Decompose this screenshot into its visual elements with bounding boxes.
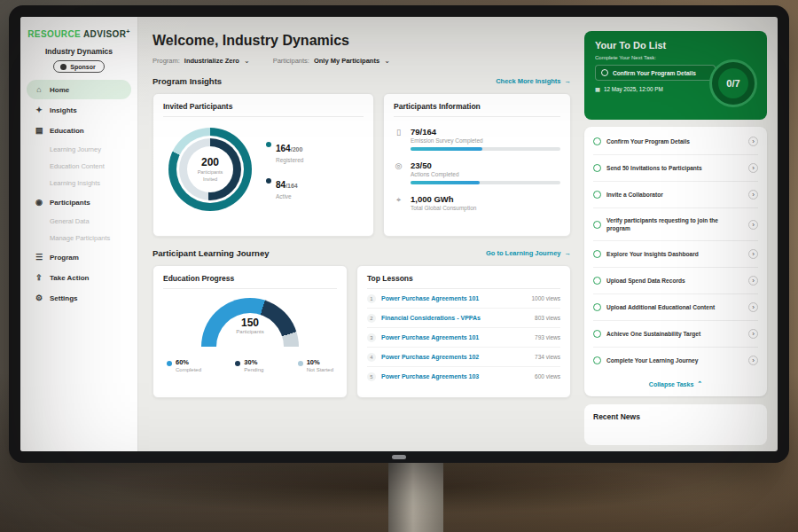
education-total: 150: [201, 317, 299, 329]
lesson-link[interactable]: Power Purchase Agreements 102: [381, 354, 529, 360]
lesson-rank: 4: [367, 353, 376, 362]
completed-label: Completed: [176, 367, 201, 372]
task-checkbox[interactable]: [593, 137, 601, 145]
invited-chart-area: 200 Participants Invited 164/200 Registe…: [163, 128, 364, 211]
lesson-link[interactable]: Power Purchase Agreements 101: [381, 295, 526, 301]
insights-icon: ✦: [35, 106, 43, 114]
chevron-right-icon[interactable]: ›: [748, 329, 758, 339]
org-name: Industry Dynamics: [20, 47, 137, 56]
lesson-rank: 1: [367, 294, 376, 303]
task-label: Invite a Collaborator: [606, 191, 743, 199]
sidebar-item-manage-participants[interactable]: Manage Participants: [27, 230, 131, 246]
education-legend: 60% Completed 30% Pending: [163, 358, 337, 372]
chevron-right-icon[interactable]: ›: [748, 249, 758, 259]
task-row[interactable]: Verify participants requesting to join t…: [593, 208, 758, 241]
education-gauge-chart: 150 Participants: [201, 298, 299, 347]
collapse-tasks-link[interactable]: Collapse Tasks ⌃: [593, 373, 758, 395]
info-row-emission: ▯ 79/164 Emission Survey Completed: [394, 127, 560, 151]
participants-filter[interactable]: Participants: Only My Participants ⌄: [273, 57, 390, 65]
lesson-rank: 2: [367, 314, 376, 323]
sidebar-item-insights[interactable]: ✦ Insights: [27, 100, 131, 120]
task-row[interactable]: Confirm Your Program Details ›: [593, 129, 758, 155]
sidebar: RESOURCE ADVISOR+ Industry Dynamics Spon…: [20, 17, 138, 451]
education-progress-card: Education Progress 150 Participants: [153, 265, 348, 398]
chevron-right-icon[interactable]: ›: [748, 276, 758, 286]
task-row[interactable]: Upload Additional Educational Content ›: [593, 294, 758, 321]
logo-advisor: ADVISOR: [83, 29, 126, 39]
task-checkbox[interactable]: [593, 277, 601, 285]
chevron-up-icon: ⌃: [697, 380, 702, 387]
task-checkbox[interactable]: [593, 221, 601, 229]
settings-icon: ⚙: [35, 293, 43, 302]
education-total-label: Participants: [201, 329, 299, 334]
sidebar-item-general-data[interactable]: General Data: [27, 213, 131, 230]
active-dot-icon: [266, 178, 271, 184]
actions-label: Actions Completed: [411, 171, 560, 177]
task-checkbox[interactable]: [593, 303, 601, 311]
actions-progress-bar: [411, 181, 560, 184]
recent-news-title: Recent News: [593, 412, 758, 421]
chevron-right-icon[interactable]: ›: [748, 220, 758, 230]
program-insights-header: Program Insights Check More Insights →: [153, 76, 571, 86]
task-row[interactable]: Invite a Collaborator ›: [593, 182, 758, 208]
sidebar-item-take-action[interactable]: ⇪ Take Action: [27, 268, 131, 287]
chevron-right-icon[interactable]: ›: [748, 163, 758, 173]
task-checkbox[interactable]: [593, 164, 601, 172]
monitor-stand: [388, 459, 443, 532]
sidebar-item-education[interactable]: ▤ Education: [27, 121, 131, 140]
sidebar-item-learning-insights[interactable]: Learning Insights: [27, 175, 131, 192]
participants-information-card: Participants Information ▯ 79/164 Emissi…: [383, 93, 571, 237]
lesson-link[interactable]: Power Purchase Agreements 103: [381, 373, 529, 379]
task-checkbox[interactable]: [593, 250, 601, 258]
sidebar-item-learning-journey[interactable]: Learning Journey: [27, 141, 131, 158]
sidebar-item-participants[interactable]: ◉ Participants: [27, 192, 131, 212]
task-row[interactable]: Upload Spend Data Records ›: [593, 268, 758, 294]
lesson-views: 1000 views: [531, 295, 560, 301]
legend-registered: 164/200 Registered: [266, 139, 303, 163]
arrow-right-icon: →: [565, 249, 572, 257]
chevron-right-icon[interactable]: ›: [748, 356, 758, 365]
sidebar-item-home[interactable]: ⌂ Home: [27, 80, 131, 99]
actions-value: 23/50: [411, 160, 560, 170]
donut-center: 200 Participants Invited: [187, 146, 233, 192]
sidebar-item-education-content[interactable]: Education Content: [27, 158, 131, 175]
lesson-views: 793 views: [535, 334, 560, 340]
monitor-bezel: RESOURCE ADVISOR+ Industry Dynamics Spon…: [9, 5, 789, 463]
go-to-learning-journey-link[interactable]: Go to Learning Journey →: [486, 249, 571, 257]
pending-dot-icon: [235, 361, 240, 366]
task-label: Send 50 Invitations to Participants: [606, 164, 743, 172]
invited-total: 200: [201, 156, 219, 168]
home-icon: ⌂: [35, 85, 43, 94]
sidebar-item-settings[interactable]: ⚙ Settings: [27, 288, 131, 308]
next-task-label: Confirm Your Program Details: [613, 70, 696, 76]
program-filter[interactable]: Program: Industrialize Zero ⌄: [153, 57, 250, 65]
lesson-row: 4 Power Purchase Agreements 102 734 view…: [367, 348, 560, 367]
lesson-link[interactable]: Power Purchase Agreements 101: [381, 334, 529, 340]
sidebar-item-program[interactable]: ☰ Program: [27, 247, 131, 267]
program-icon: ☰: [35, 253, 43, 262]
task-row[interactable]: Explore Your Insights Dashboard ›: [593, 241, 758, 268]
chevron-right-icon[interactable]: ›: [748, 137, 758, 146]
task-checkbox[interactable]: [593, 356, 601, 364]
section-title: Participant Learning Journey: [153, 248, 269, 258]
check-more-insights-link[interactable]: Check More Insights →: [496, 77, 571, 85]
lesson-link[interactable]: Financial Considerations - VPPAs: [381, 315, 529, 321]
next-task-pill[interactable]: Confirm Your Program Details: [595, 65, 716, 81]
task-row[interactable]: Achieve One Sustainability Target ›: [593, 321, 758, 348]
lesson-rank: 3: [367, 333, 376, 342]
task-row[interactable]: Complete Your Learning Journey ›: [593, 348, 758, 373]
lesson-row: 1 Power Purchase Agreements 101 1000 vie…: [367, 289, 560, 309]
sidebar-item-label: Participants: [50, 199, 90, 207]
arrow-right-icon: →: [565, 77, 572, 85]
education-icon: ▤: [35, 126, 43, 135]
task-checkbox[interactable]: [593, 330, 601, 338]
lesson-row: 3 Power Purchase Agreements 101 793 view…: [367, 328, 560, 348]
chevron-right-icon[interactable]: ›: [748, 302, 758, 312]
task-checkbox[interactable]: [593, 191, 601, 199]
chevron-right-icon[interactable]: ›: [748, 190, 758, 200]
consumption-label: Total Global Consumption: [411, 205, 560, 211]
insights-cards-row: Invited Participants 200 Participants In…: [153, 93, 571, 237]
todo-progress-ring: 0/7: [709, 59, 757, 107]
info-row-consumption: ⌖ 1,000 GWh Total Global Consumption: [394, 194, 560, 211]
task-row[interactable]: Send 50 Invitations to Participants ›: [593, 155, 758, 182]
